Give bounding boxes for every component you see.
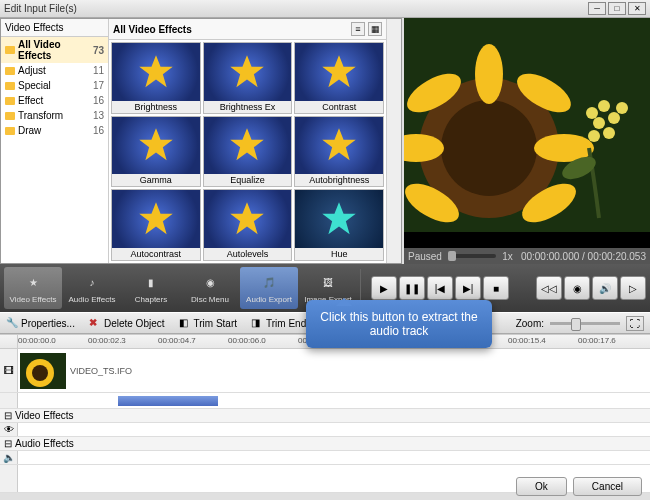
- folder-icon: [5, 127, 15, 135]
- hint-tooltip: Click this button to extract the audio t…: [306, 300, 492, 348]
- next-button[interactable]: ▶|: [455, 276, 481, 300]
- cancel-button[interactable]: Cancel: [573, 477, 642, 496]
- trim-start-button[interactable]: ◧Trim Start: [179, 317, 238, 329]
- film-icon: 🎞: [4, 365, 14, 376]
- effect-autocontrast[interactable]: Autocontrast: [111, 189, 201, 261]
- disc-menu-button[interactable]: ◉Disc Menu: [181, 267, 239, 309]
- sidebar-item-count: 17: [93, 80, 104, 91]
- tool-icon: ▮: [141, 273, 161, 293]
- folder-icon: [5, 82, 15, 90]
- grid-view-icon[interactable]: ▦: [368, 22, 382, 36]
- ruler-tick: 00:00:17.6: [578, 336, 616, 345]
- close-button[interactable]: ✕: [628, 2, 646, 15]
- chapters-button[interactable]: ▮Chapters: [122, 267, 180, 309]
- video-clip[interactable]: VIDEO_TS.IFO: [18, 351, 218, 391]
- frame-fwd-button[interactable]: ▷: [620, 276, 646, 300]
- ok-button[interactable]: Ok: [516, 477, 567, 496]
- speaker-icon[interactable]: 🔈: [3, 452, 15, 463]
- list-view-icon[interactable]: ≡: [351, 22, 365, 36]
- effect-thumb: [204, 117, 292, 175]
- svg-marker-1: [231, 55, 264, 87]
- svg-point-12: [475, 44, 503, 104]
- selection-range[interactable]: [118, 396, 218, 406]
- frame-back-button[interactable]: ◁◁: [536, 276, 562, 300]
- effect-hue[interactable]: Hue: [294, 189, 384, 261]
- sidebar-item-draw[interactable]: Draw16: [1, 123, 108, 138]
- tool-icon: 🎵: [259, 273, 279, 293]
- svg-point-11: [441, 100, 537, 196]
- sidebar-item-label: Transform: [18, 110, 93, 121]
- sidebar-item-label: Effect: [18, 95, 93, 106]
- ruler-tick: 00:00:06.0: [228, 336, 266, 345]
- zoom-slider[interactable]: [550, 322, 620, 325]
- audio-export-button[interactable]: 🎵Audio Export: [240, 267, 298, 309]
- audio-effects-button[interactable]: ♪Audio Effects: [63, 267, 121, 309]
- sidebar-item-label: Special: [18, 80, 93, 91]
- svg-point-20: [598, 100, 610, 112]
- delete-object-button[interactable]: ✖Delete Object: [89, 317, 165, 329]
- effects-scrollbar[interactable]: [386, 19, 401, 263]
- effect-label: Brightness Ex: [204, 101, 292, 113]
- tool-icon: ◉: [200, 273, 220, 293]
- snapshot-button[interactable]: ◉: [564, 276, 590, 300]
- speed-label: 1x: [502, 251, 513, 262]
- effect-label: Autolevels: [204, 248, 292, 260]
- minimize-button[interactable]: ─: [588, 2, 606, 15]
- effect-label: Autobrightness: [295, 174, 383, 186]
- speed-slider[interactable]: [448, 254, 496, 258]
- effect-gamma[interactable]: Gamma: [111, 116, 201, 188]
- sidebar-item-label: All Video Effects: [18, 39, 93, 61]
- collapse-video-effects[interactable]: ⊟: [4, 410, 12, 421]
- video-effects-button[interactable]: ★Video Effects: [4, 267, 62, 309]
- sidebar-header: Video Effects: [1, 19, 108, 37]
- volume-button[interactable]: 🔊: [592, 276, 618, 300]
- play-button[interactable]: ▶: [371, 276, 397, 300]
- tool-label: Audio Export: [246, 295, 292, 304]
- video-track[interactable]: VIDEO_TS.IFO: [18, 349, 650, 392]
- maximize-button[interactable]: □: [608, 2, 626, 15]
- video-effects-track[interactable]: [18, 423, 650, 436]
- eye-icon[interactable]: 👁: [4, 424, 14, 435]
- effect-label: Gamma: [112, 174, 200, 186]
- sidebar-item-all-video-effects[interactable]: All Video Effects73: [1, 37, 108, 63]
- sidebar-item-special[interactable]: Special17: [1, 78, 108, 93]
- folder-icon: [5, 97, 15, 105]
- sidebar-item-transform[interactable]: Transform13: [1, 108, 108, 123]
- effect-autobrightness[interactable]: Autobrightness: [294, 116, 384, 188]
- ruler-tick: 00:00:02.3: [88, 336, 126, 345]
- svg-point-29: [32, 365, 48, 381]
- tool-label: Disc Menu: [191, 295, 229, 304]
- trim-end-button[interactable]: ◨Trim End: [251, 317, 306, 329]
- window-title: Edit Input File(s): [4, 3, 586, 14]
- sidebar-item-effect[interactable]: Effect16: [1, 93, 108, 108]
- audio-effects-track[interactable]: [18, 451, 650, 464]
- svg-point-25: [616, 102, 628, 114]
- properties-button[interactable]: 🔧Properties...: [6, 317, 75, 329]
- effect-equalize[interactable]: Equalize: [203, 116, 293, 188]
- prev-button[interactable]: |◀: [427, 276, 453, 300]
- tool-icon: 🖼: [318, 273, 338, 293]
- selection-track[interactable]: [18, 393, 650, 408]
- svg-marker-5: [322, 129, 355, 161]
- effect-thumb: [295, 117, 383, 175]
- effect-label: Equalize: [204, 174, 292, 186]
- effects-panel-title: All Video Effects: [113, 24, 348, 35]
- effects-sidebar: Video Effects All Video Effects73Adjust1…: [1, 19, 109, 263]
- pause-button[interactable]: ❚❚: [399, 276, 425, 300]
- effect-thumb: [112, 117, 200, 175]
- svg-point-21: [593, 117, 605, 129]
- fit-icon[interactable]: ⛶: [626, 316, 644, 331]
- effect-brightness-ex[interactable]: Brightness Ex: [203, 42, 293, 114]
- tool-icon: ♪: [82, 273, 102, 293]
- svg-marker-4: [231, 129, 264, 161]
- sidebar-item-adjust[interactable]: Adjust11: [1, 63, 108, 78]
- effect-contrast[interactable]: Contrast: [294, 42, 384, 114]
- sidebar-item-count: 73: [93, 45, 104, 56]
- time-label: 00:00:00.000 / 00:00:20.053: [521, 251, 646, 262]
- effect-brightness[interactable]: Brightness: [111, 42, 201, 114]
- collapse-audio-effects[interactable]: ⊟: [4, 438, 12, 449]
- effect-label: Hue: [295, 248, 383, 260]
- stop-button[interactable]: ■: [483, 276, 509, 300]
- effect-thumb: [112, 190, 200, 248]
- effect-autolevels[interactable]: Autolevels: [203, 189, 293, 261]
